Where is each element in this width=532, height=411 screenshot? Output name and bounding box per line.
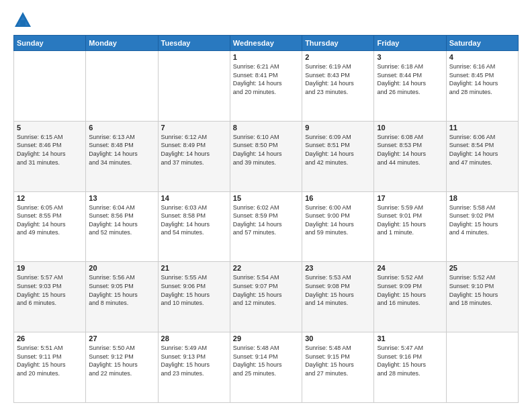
header	[13, 11, 519, 30]
day-number: 13	[89, 194, 154, 202]
day-number: 26	[17, 334, 83, 342]
calendar-table: SundayMondayTuesdayWednesdayThursdayFrid…	[13, 35, 519, 403]
day-info: Sunrise: 6:04 AM Sunset: 8:56 PM Dayligh…	[89, 203, 154, 237]
day-number: 22	[233, 264, 299, 272]
page: SundayMondayTuesdayWednesdayThursdayFrid…	[0, 0, 532, 411]
logo-icon	[13, 11, 32, 30]
calendar-cell	[158, 51, 230, 122]
calendar-week-4: 19Sunrise: 5:57 AM Sunset: 9:03 PM Dayli…	[14, 262, 519, 332]
day-info: Sunrise: 5:55 AM Sunset: 9:06 PM Dayligh…	[161, 273, 227, 307]
weekday-header-sunday: Sunday	[14, 36, 86, 51]
day-number: 21	[161, 264, 227, 272]
day-number: 17	[377, 194, 443, 202]
day-info: Sunrise: 5:56 AM Sunset: 9:05 PM Dayligh…	[89, 273, 154, 307]
calendar-week-2: 5Sunrise: 6:15 AM Sunset: 8:46 PM Daylig…	[14, 121, 519, 191]
day-info: Sunrise: 6:16 AM Sunset: 8:45 PM Dayligh…	[449, 62, 515, 96]
day-info: Sunrise: 6:06 AM Sunset: 8:54 PM Dayligh…	[449, 133, 515, 167]
calendar-cell: 2Sunrise: 6:19 AM Sunset: 8:43 PM Daylig…	[302, 51, 374, 122]
calendar-cell: 9Sunrise: 6:09 AM Sunset: 8:51 PM Daylig…	[302, 121, 374, 191]
calendar-cell: 22Sunrise: 5:54 AM Sunset: 9:07 PM Dayli…	[230, 262, 302, 332]
day-info: Sunrise: 5:47 AM Sunset: 9:16 PM Dayligh…	[377, 344, 443, 377]
day-number: 25	[449, 264, 515, 272]
calendar-cell: 13Sunrise: 6:04 AM Sunset: 8:56 PM Dayli…	[86, 191, 158, 262]
weekday-header-row: SundayMondayTuesdayWednesdayThursdayFrid…	[14, 36, 519, 51]
day-info: Sunrise: 6:15 AM Sunset: 8:46 PM Dayligh…	[17, 133, 83, 167]
day-number: 27	[89, 334, 154, 342]
day-number: 9	[305, 124, 371, 132]
calendar-week-3: 12Sunrise: 6:05 AM Sunset: 8:55 PM Dayli…	[14, 191, 519, 262]
calendar-cell: 4Sunrise: 6:16 AM Sunset: 8:45 PM Daylig…	[446, 51, 518, 122]
day-number: 16	[305, 194, 371, 202]
calendar-cell	[86, 51, 158, 122]
calendar-cell: 28Sunrise: 5:49 AM Sunset: 9:13 PM Dayli…	[158, 332, 230, 403]
day-number: 28	[161, 334, 227, 342]
calendar-cell: 19Sunrise: 5:57 AM Sunset: 9:03 PM Dayli…	[14, 262, 86, 332]
day-number: 30	[305, 334, 371, 342]
day-info: Sunrise: 5:59 AM Sunset: 9:01 PM Dayligh…	[377, 203, 443, 237]
weekday-header-wednesday: Wednesday	[230, 36, 302, 51]
calendar-cell: 12Sunrise: 6:05 AM Sunset: 8:55 PM Dayli…	[14, 191, 86, 262]
day-info: Sunrise: 5:54 AM Sunset: 9:07 PM Dayligh…	[233, 273, 299, 307]
calendar-cell: 16Sunrise: 6:00 AM Sunset: 9:00 PM Dayli…	[302, 191, 374, 262]
day-number: 31	[377, 334, 443, 342]
weekday-header-tuesday: Tuesday	[158, 36, 230, 51]
day-info: Sunrise: 5:52 AM Sunset: 9:10 PM Dayligh…	[449, 273, 515, 307]
day-info: Sunrise: 5:58 AM Sunset: 9:02 PM Dayligh…	[449, 203, 515, 237]
logo	[13, 11, 35, 30]
day-info: Sunrise: 5:52 AM Sunset: 9:09 PM Dayligh…	[377, 273, 443, 307]
weekday-header-friday: Friday	[374, 36, 446, 51]
day-info: Sunrise: 5:48 AM Sunset: 9:15 PM Dayligh…	[305, 344, 371, 377]
calendar-cell: 11Sunrise: 6:06 AM Sunset: 8:54 PM Dayli…	[446, 121, 518, 191]
calendar-week-5: 26Sunrise: 5:51 AM Sunset: 9:11 PM Dayli…	[14, 332, 519, 403]
day-number: 14	[161, 194, 227, 202]
calendar-cell: 14Sunrise: 6:03 AM Sunset: 8:58 PM Dayli…	[158, 191, 230, 262]
calendar-cell: 30Sunrise: 5:48 AM Sunset: 9:15 PM Dayli…	[302, 332, 374, 403]
calendar-cell: 23Sunrise: 5:53 AM Sunset: 9:08 PM Dayli…	[302, 262, 374, 332]
calendar-week-1: 1Sunrise: 6:21 AM Sunset: 8:41 PM Daylig…	[14, 51, 519, 122]
day-info: Sunrise: 6:10 AM Sunset: 8:50 PM Dayligh…	[233, 133, 299, 167]
day-info: Sunrise: 5:50 AM Sunset: 9:12 PM Dayligh…	[89, 344, 154, 377]
day-number: 20	[89, 264, 154, 272]
day-info: Sunrise: 6:03 AM Sunset: 8:58 PM Dayligh…	[161, 203, 227, 237]
calendar-cell: 18Sunrise: 5:58 AM Sunset: 9:02 PM Dayli…	[446, 191, 518, 262]
day-info: Sunrise: 6:18 AM Sunset: 8:44 PM Dayligh…	[377, 62, 443, 96]
calendar-cell: 5Sunrise: 6:15 AM Sunset: 8:46 PM Daylig…	[14, 121, 86, 191]
day-info: Sunrise: 5:49 AM Sunset: 9:13 PM Dayligh…	[161, 344, 227, 377]
day-number: 23	[305, 264, 371, 272]
weekday-header-saturday: Saturday	[446, 36, 518, 51]
day-info: Sunrise: 6:19 AM Sunset: 8:43 PM Dayligh…	[305, 62, 371, 96]
calendar-cell: 24Sunrise: 5:52 AM Sunset: 9:09 PM Dayli…	[374, 262, 446, 332]
day-number: 5	[17, 124, 83, 132]
day-info: Sunrise: 5:57 AM Sunset: 9:03 PM Dayligh…	[17, 273, 83, 307]
day-number: 12	[17, 194, 83, 202]
calendar-cell: 7Sunrise: 6:12 AM Sunset: 8:49 PM Daylig…	[158, 121, 230, 191]
calendar-cell: 15Sunrise: 6:02 AM Sunset: 8:59 PM Dayli…	[230, 191, 302, 262]
calendar-cell: 3Sunrise: 6:18 AM Sunset: 8:44 PM Daylig…	[374, 51, 446, 122]
day-info: Sunrise: 5:53 AM Sunset: 9:08 PM Dayligh…	[305, 273, 371, 307]
calendar-cell: 1Sunrise: 6:21 AM Sunset: 8:41 PM Daylig…	[230, 51, 302, 122]
day-info: Sunrise: 6:00 AM Sunset: 9:00 PM Dayligh…	[305, 203, 371, 237]
calendar-cell: 26Sunrise: 5:51 AM Sunset: 9:11 PM Dayli…	[14, 332, 86, 403]
day-number: 2	[305, 53, 371, 61]
day-number: 1	[233, 53, 299, 61]
calendar-cell: 8Sunrise: 6:10 AM Sunset: 8:50 PM Daylig…	[230, 121, 302, 191]
weekday-header-monday: Monday	[86, 36, 158, 51]
day-number: 15	[233, 194, 299, 202]
day-info: Sunrise: 6:21 AM Sunset: 8:41 PM Dayligh…	[233, 62, 299, 96]
calendar-cell: 29Sunrise: 5:48 AM Sunset: 9:14 PM Dayli…	[230, 332, 302, 403]
calendar-cell: 31Sunrise: 5:47 AM Sunset: 9:16 PM Dayli…	[374, 332, 446, 403]
day-info: Sunrise: 5:51 AM Sunset: 9:11 PM Dayligh…	[17, 344, 83, 377]
svg-rect-2	[20, 20, 26, 26]
calendar-cell: 17Sunrise: 5:59 AM Sunset: 9:01 PM Dayli…	[374, 191, 446, 262]
calendar-cell: 20Sunrise: 5:56 AM Sunset: 9:05 PM Dayli…	[86, 262, 158, 332]
day-number: 10	[377, 124, 443, 132]
day-number: 18	[449, 194, 515, 202]
day-info: Sunrise: 6:12 AM Sunset: 8:49 PM Dayligh…	[161, 133, 227, 167]
day-info: Sunrise: 5:48 AM Sunset: 9:14 PM Dayligh…	[233, 344, 299, 377]
day-number: 24	[377, 264, 443, 272]
day-number: 29	[233, 334, 299, 342]
day-info: Sunrise: 6:05 AM Sunset: 8:55 PM Dayligh…	[17, 203, 83, 237]
calendar-cell: 6Sunrise: 6:13 AM Sunset: 8:48 PM Daylig…	[86, 121, 158, 191]
day-number: 11	[449, 124, 515, 132]
day-number: 4	[449, 53, 515, 61]
